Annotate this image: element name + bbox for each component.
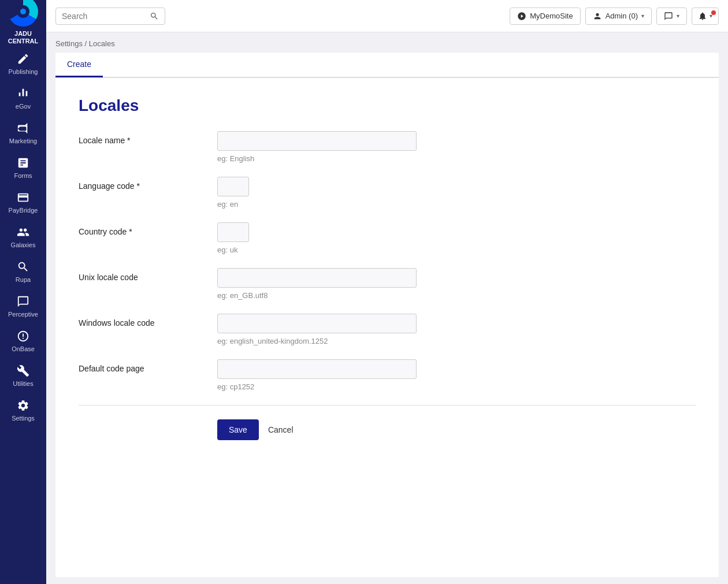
- unix-locale-code-label: Unix locale code: [79, 268, 217, 282]
- windows-locale-code-input[interactable]: [217, 314, 417, 333]
- main-area: MyDemoSite Admin (0) ▾ ▾ ▾ Settings /: [46, 0, 728, 584]
- default-code-page-label: Default code page: [79, 359, 217, 373]
- tabs: Create: [55, 53, 719, 77]
- breadcrumb-parent[interactable]: Settings: [55, 39, 83, 48]
- default-code-page-input[interactable]: [217, 359, 417, 379]
- form-divider: [79, 405, 696, 406]
- search-button[interactable]: [150, 12, 159, 21]
- sidebar-item-galaxies[interactable]: Galaxies: [0, 220, 46, 254]
- sidebar-item-rupa[interactable]: Rupa: [0, 254, 46, 289]
- country-code-hint: eg: uk: [217, 245, 249, 254]
- sidebar-item-egov[interactable]: eGov: [0, 81, 46, 116]
- country-code-group: Country code * eg: uk: [79, 222, 696, 254]
- publishing-icon: [16, 52, 30, 66]
- sidebar-item-label: Publishing: [9, 68, 38, 75]
- site-button[interactable]: MyDemoSite: [510, 8, 580, 25]
- sidebar-item-label: Rupa: [16, 276, 31, 283]
- utilities-icon: [16, 364, 30, 378]
- unix-locale-code-group: Unix locale code eg: en_GB.utf8: [79, 268, 696, 300]
- cancel-button[interactable]: Cancel: [268, 425, 294, 434]
- language-code-group: Language code * eg: en: [79, 177, 696, 209]
- sidebar-item-forms[interactable]: Forms: [0, 150, 46, 185]
- egov-icon: [16, 87, 30, 101]
- windows-locale-code-label: Windows locale code: [79, 314, 217, 328]
- notes-dropdown-arrow: ▾: [677, 13, 679, 19]
- locale-name-group: Locale name * eg: English: [79, 131, 696, 163]
- save-button[interactable]: Save: [217, 419, 259, 440]
- country-code-label: Country code *: [79, 222, 217, 236]
- notification-badge: [711, 10, 716, 15]
- settings-icon: [16, 399, 30, 412]
- sidebar-item-label: OnBase: [12, 345, 35, 352]
- topbar-right: MyDemoSite Admin (0) ▾ ▾ ▾: [510, 8, 719, 25]
- form-panel: Locales Locale name * eg: English Langua…: [55, 78, 719, 577]
- sidebar-item-label: PayBridge: [9, 207, 38, 214]
- unix-locale-code-input[interactable]: [217, 268, 417, 288]
- sidebar-item-utilities[interactable]: Utilities: [0, 358, 46, 393]
- rupa-icon: [16, 260, 30, 274]
- locale-name-field: eg: English: [217, 131, 417, 163]
- sidebar-item-label: eGov: [16, 103, 31, 110]
- sidebar: JADUCENTRAL Publishing eGov Marketing: [0, 0, 46, 584]
- country-code-field: eg: uk: [217, 222, 249, 254]
- locale-name-label: Locale name *: [79, 131, 217, 145]
- breadcrumb-current: Locales: [89, 39, 115, 48]
- language-code-label: Language code *: [79, 177, 217, 191]
- form-title: Locales: [79, 96, 696, 115]
- language-code-field: eg: en: [217, 177, 249, 209]
- sidebar-logo: JADUCENTRAL: [0, 0, 46, 46]
- form-actions: Save Cancel: [79, 419, 696, 440]
- windows-locale-code-hint: eg: english_united-kingdom.1252: [217, 337, 417, 345]
- notes-button[interactable]: ▾: [656, 8, 687, 25]
- sidebar-item-paybridge[interactable]: PayBridge: [0, 185, 46, 220]
- tab-create[interactable]: Create: [55, 53, 103, 77]
- unix-locale-code-hint: eg: en_GB.utf8: [217, 291, 417, 300]
- default-code-page-group: Default code page eg: cp1252: [79, 359, 696, 391]
- sidebar-item-label: Marketing: [9, 137, 37, 144]
- locale-name-hint: eg: English: [217, 154, 417, 163]
- sidebar-item-label: Utilities: [13, 380, 33, 387]
- forms-icon: [16, 156, 30, 170]
- language-code-input[interactable]: [217, 177, 249, 196]
- content-area: Settings / Locales Create Locales Locale…: [46, 32, 728, 584]
- default-code-page-hint: eg: cp1252: [217, 382, 417, 391]
- sidebar-item-publishing[interactable]: Publishing: [0, 46, 46, 81]
- windows-locale-code-field: eg: english_united-kingdom.1252: [217, 314, 417, 345]
- topbar: MyDemoSite Admin (0) ▾ ▾ ▾: [46, 0, 728, 32]
- sidebar-item-label: Perceptive: [8, 311, 38, 318]
- sidebar-item-marketing[interactable]: Marketing: [0, 116, 46, 150]
- country-code-input[interactable]: [217, 222, 249, 242]
- windows-locale-code-group: Windows locale code eg: english_united-k…: [79, 314, 696, 345]
- page-header: Create: [55, 53, 719, 78]
- sidebar-item-settings[interactable]: Settings: [0, 393, 46, 427]
- unix-locale-code-field: eg: en_GB.utf8: [217, 268, 417, 300]
- admin-dropdown-arrow: ▾: [641, 13, 644, 19]
- locale-name-input[interactable]: [217, 131, 417, 151]
- language-code-hint: eg: en: [217, 200, 249, 209]
- sidebar-nav: Publishing eGov Marketing Forms: [0, 46, 46, 427]
- onbase-icon: [16, 329, 30, 343]
- sidebar-item-label: Galaxies: [11, 241, 36, 248]
- sidebar-item-perceptive[interactable]: Perceptive: [0, 289, 46, 323]
- sidebar-item-label: Forms: [14, 172, 32, 179]
- default-code-page-field: eg: cp1252: [217, 359, 417, 391]
- marketing-icon: [16, 121, 30, 135]
- search-input[interactable]: [62, 12, 146, 21]
- notifications-button[interactable]: ▾: [692, 8, 719, 25]
- sidebar-item-onbase[interactable]: OnBase: [0, 323, 46, 358]
- admin-button[interactable]: Admin (0) ▾: [585, 8, 652, 25]
- logo-icon: [8, 0, 38, 27]
- paybridge-icon: [16, 191, 30, 204]
- sidebar-item-label: Settings: [12, 415, 35, 422]
- breadcrumb: Settings / Locales: [55, 39, 719, 48]
- galaxies-icon: [16, 225, 30, 239]
- perceptive-icon: [16, 295, 30, 308]
- search-wrapper: [55, 8, 165, 25]
